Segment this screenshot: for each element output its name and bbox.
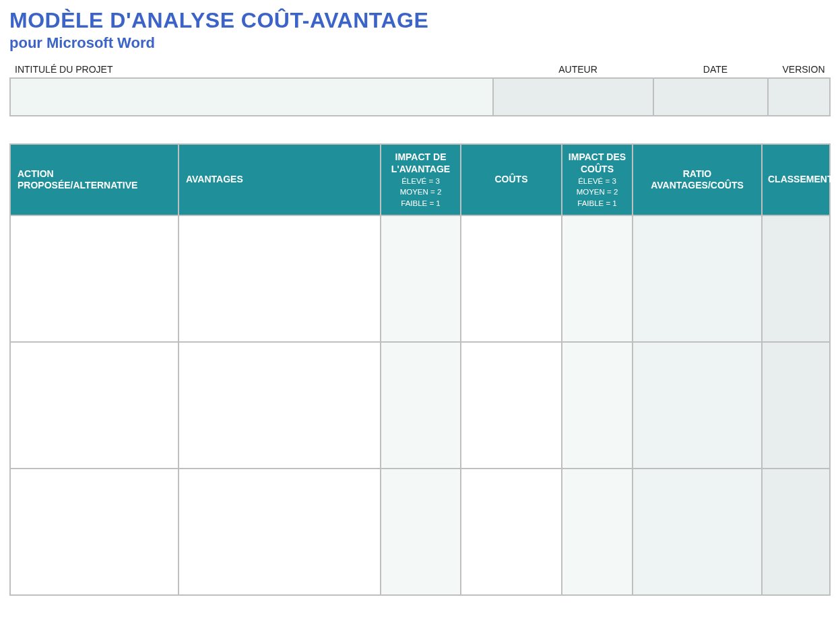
cell-costs[interactable] xyxy=(461,469,562,596)
page-title: MODÈLE D'ANALYSE COÛT-AVANTAGE xyxy=(9,8,831,33)
cell-advantages[interactable] xyxy=(179,343,381,469)
col-rank: CLASSEMENT xyxy=(763,145,831,216)
col-cost-impact: IMPACT DES COÛTS ÉLEVÉ = 3 MOYEN = 2 FAI… xyxy=(562,145,633,216)
cell-costs[interactable] xyxy=(461,343,562,469)
cell-action[interactable] xyxy=(11,216,179,343)
col-costs: COÛTS xyxy=(461,145,562,216)
cell-ratio[interactable] xyxy=(633,469,763,596)
cell-costs[interactable] xyxy=(461,216,562,343)
cell-rank[interactable] xyxy=(763,469,831,596)
cell-cost-impact[interactable] xyxy=(562,216,633,343)
analysis-table: ACTION PROPOSÉE/ALTERNATIVE AVANTAGES IM… xyxy=(9,143,831,596)
version-field[interactable] xyxy=(769,79,831,116)
cell-cost-impact[interactable] xyxy=(562,343,633,469)
cell-ratio[interactable] xyxy=(633,343,763,469)
cell-ratio[interactable] xyxy=(633,216,763,343)
meta-input-row xyxy=(9,77,831,116)
col-ratio: RATIO AVANTAGES/COÛTS xyxy=(633,145,763,216)
label-version: VERSION xyxy=(773,64,835,75)
page-subtitle: pour Microsoft Word xyxy=(9,34,831,52)
label-date: DATE xyxy=(658,64,773,75)
date-field[interactable] xyxy=(654,79,769,116)
table-row xyxy=(11,343,831,469)
col-advantage-impact: IMPACT DE L'AVANTAGE ÉLEVÉ = 3 MOYEN = 2… xyxy=(381,145,461,216)
cell-cost-impact[interactable] xyxy=(562,469,633,596)
scale-high: ÉLEVÉ = 3 xyxy=(568,176,626,186)
cell-advantages[interactable] xyxy=(179,469,381,596)
cell-advantage-impact[interactable] xyxy=(381,216,461,343)
cell-action[interactable] xyxy=(11,343,179,469)
label-project: INTITULÉ DU PROJET xyxy=(15,64,498,75)
label-author: AUTEUR xyxy=(498,64,658,75)
scale-med: MOYEN = 2 xyxy=(387,187,455,197)
scale-low: FAIBLE = 1 xyxy=(387,199,455,208)
col-action: ACTION PROPOSÉE/ALTERNATIVE xyxy=(11,145,179,216)
table-row xyxy=(11,216,831,343)
table-row xyxy=(11,469,831,596)
col-advantage-impact-label: IMPACT DE L'AVANTAGE xyxy=(391,151,450,174)
project-title-field[interactable] xyxy=(11,79,494,116)
col-advantages: AVANTAGES xyxy=(179,145,381,216)
author-field[interactable] xyxy=(494,79,654,116)
scale-med: MOYEN = 2 xyxy=(568,187,626,197)
cell-advantage-impact[interactable] xyxy=(381,469,461,596)
cell-advantages[interactable] xyxy=(179,216,381,343)
cell-rank[interactable] xyxy=(763,343,831,469)
table-header-row: ACTION PROPOSÉE/ALTERNATIVE AVANTAGES IM… xyxy=(11,145,831,216)
meta-header-row: INTITULÉ DU PROJET AUTEUR DATE VERSION xyxy=(9,64,831,77)
col-cost-impact-label: IMPACT DES COÛTS xyxy=(569,151,626,174)
scale-high: ÉLEVÉ = 3 xyxy=(387,176,455,186)
cell-advantage-impact[interactable] xyxy=(381,343,461,469)
scale-low: FAIBLE = 1 xyxy=(568,199,626,208)
cell-action[interactable] xyxy=(11,469,179,596)
cell-rank[interactable] xyxy=(763,216,831,343)
